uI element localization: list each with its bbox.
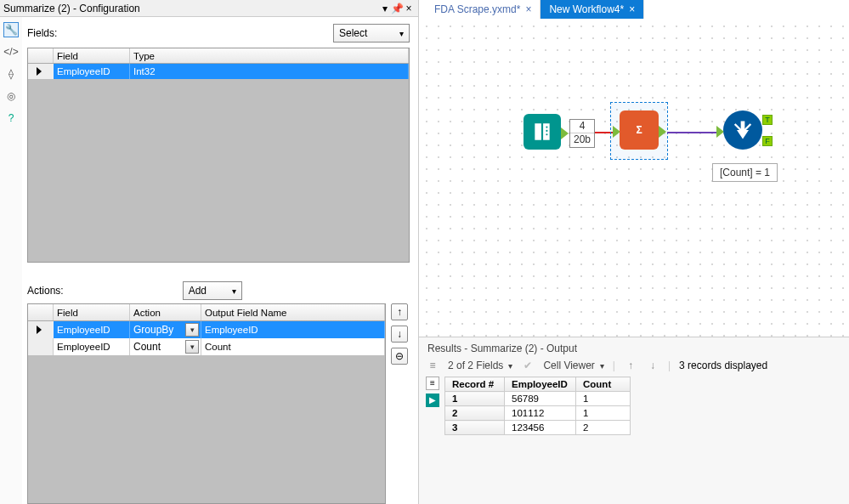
fields-row-field: EmployeeID <box>54 64 130 79</box>
fields-dropdown[interactable]: 2 of 2 Fields <box>448 360 512 371</box>
output-anchor-icon[interactable] <box>561 127 569 139</box>
dropdown-icon[interactable]: ▾ <box>379 3 391 14</box>
false-anchor[interactable]: F <box>762 136 773 146</box>
cell-count: 2 <box>576 421 631 435</box>
results-side-buttons: ≡ ▶ <box>426 377 441 435</box>
table-header-row: Record # EmployeeID Count <box>445 377 631 392</box>
move-down-button[interactable]: ↓ <box>391 326 408 343</box>
badge-rows: 4 <box>570 120 594 133</box>
help-icon[interactable]: ? <box>3 110 19 126</box>
config-header: Summarize (2) - Configuration ▾ 📌 × <box>0 0 418 17</box>
cell-employeeid: 101112 <box>505 406 576 421</box>
close-icon[interactable]: × <box>525 3 531 15</box>
cell-record: 1 <box>445 392 505 406</box>
fields-grid-header: Field Type <box>28 48 409 64</box>
actions-row-output[interactable]: Count <box>201 338 385 355</box>
actions-row-field: EmployeeID <box>54 338 130 355</box>
col-field[interactable]: Field <box>54 304 130 320</box>
input-tool-node[interactable] <box>524 114 561 150</box>
actions-grid[interactable]: Field Action Output Field Name EmployeeI… <box>27 303 386 504</box>
close-icon[interactable]: × <box>403 3 415 14</box>
row-marker-icon <box>37 67 42 76</box>
actions-row-action[interactable]: Count▾ <box>130 338 201 355</box>
select-dropdown[interactable]: Select <box>333 24 410 42</box>
actions-row-field: EmployeeID <box>54 321 130 338</box>
sort-desc-icon[interactable]: ↓ <box>646 360 659 371</box>
actions-row[interactable]: EmployeeID Count▾ Count <box>28 338 385 355</box>
svg-point-0 <box>546 127 547 128</box>
col-field[interactable]: Field <box>54 48 130 63</box>
cell-viewer-dropdown[interactable]: Cell Viewer <box>543 360 603 371</box>
col-action[interactable]: Action <box>130 304 201 320</box>
results-title: Results - Summarize (2) - Output <box>419 337 849 358</box>
link-icon[interactable]: ⟠ <box>3 66 19 82</box>
table-row[interactable]: 2 101112 1 <box>445 406 631 421</box>
fields-grid[interactable]: Field Type EmployeeID Int32 <box>27 48 410 263</box>
actions-row[interactable]: EmployeeID GroupBy▾ EmployeeID <box>28 321 385 338</box>
col-output[interactable]: Output Field Name <box>201 304 385 320</box>
cell-record: 2 <box>445 406 505 421</box>
connector[interactable] <box>667 132 716 133</box>
select-dropdown-label: Select <box>339 27 367 39</box>
actions-label: Actions: <box>27 285 64 297</box>
col-employeeid[interactable]: EmployeeID <box>505 377 576 392</box>
col-type[interactable]: Type <box>130 48 409 63</box>
configuration-panel: Summarize (2) - Configuration ▾ 📌 × 🔧 </… <box>0 0 419 504</box>
chevron-down-icon[interactable]: ▾ <box>185 340 199 354</box>
tab-new-workflow[interactable]: New Workflow4* × <box>541 0 644 19</box>
true-anchor[interactable]: T <box>762 115 773 125</box>
sigma-icon: Σ <box>636 124 642 136</box>
col-record[interactable]: Record # <box>445 377 505 392</box>
cell-record: 3 <box>445 421 505 435</box>
actions-row-action[interactable]: GroupBy▾ <box>130 321 201 338</box>
pin-icon[interactable]: 📌 <box>391 3 403 14</box>
metadata-button[interactable]: ≡ <box>426 377 439 390</box>
data-button[interactable]: ▶ <box>426 394 439 407</box>
cell-employeeid: 56789 <box>505 392 576 406</box>
xml-icon[interactable]: </> <box>3 44 19 59</box>
wrench-icon[interactable]: 🔧 <box>3 22 19 37</box>
split-icon <box>731 118 755 142</box>
col-count[interactable]: Count <box>576 377 631 392</box>
row-marker-icon <box>37 326 42 334</box>
table-row[interactable]: 3 123456 2 <box>445 421 631 435</box>
cell-count: 1 <box>576 392 631 406</box>
records-label: 3 records displayed <box>679 360 767 371</box>
cell-count: 1 <box>576 406 631 421</box>
add-dropdown-label: Add <box>189 285 207 297</box>
filter-tool-node[interactable] <box>723 110 762 150</box>
fields-label: Fields: <box>27 27 57 39</box>
add-dropdown[interactable]: Add <box>183 281 242 300</box>
data-badge: 4 20b <box>569 119 595 148</box>
workflow-canvas[interactable]: 4 20b Σ T F [Count] = 1 <box>419 19 849 337</box>
book-icon <box>531 121 553 143</box>
tab-fda-scrape[interactable]: FDA Scrape.yxmd* × <box>426 0 541 19</box>
badge-size: 20b <box>574 133 591 145</box>
tool-annotation[interactable]: [Count] = 1 <box>712 163 778 182</box>
table-row[interactable]: 1 56789 1 <box>445 392 631 406</box>
check-icon[interactable]: ✔ <box>521 360 535 371</box>
output-anchor-icon[interactable] <box>659 126 666 138</box>
cell-employeeid: 123456 <box>505 421 576 435</box>
remove-button[interactable]: ⊖ <box>391 348 408 365</box>
actions-reorder-buttons: ↑ ↓ ⊖ <box>391 303 410 504</box>
move-up-button[interactable]: ↑ <box>391 303 408 320</box>
actions-row-output[interactable]: EmployeeID <box>201 321 385 338</box>
target-icon[interactable]: ◎ <box>3 88 19 104</box>
summarize-tool-node[interactable]: Σ <box>620 110 659 150</box>
results-panel: Results - Summarize (2) - Output ≡ 2 of … <box>419 337 849 504</box>
workflow-tabs: FDA Scrape.yxmd* × New Workflow4* × <box>419 0 849 19</box>
tab-label: FDA Scrape.yxmd* <box>434 3 520 15</box>
tab-label: New Workflow4* <box>549 3 624 15</box>
sort-asc-icon[interactable]: ↑ <box>624 360 637 371</box>
close-icon[interactable]: × <box>629 3 635 15</box>
chevron-down-icon[interactable]: ▾ <box>185 323 199 337</box>
svg-point-2 <box>546 133 547 135</box>
results-table[interactable]: Record # EmployeeID Count 1 56789 1 2 <box>444 377 631 435</box>
menu-icon[interactable]: ≡ <box>426 360 439 371</box>
config-icon-strip: 🔧 </> ⟠ ◎ ? <box>0 17 22 504</box>
fields-row[interactable]: EmployeeID Int32 <box>28 64 409 79</box>
results-toolbar: ≡ 2 of 2 Fields ✔ Cell Viewer | ↑ ↓ | 3 … <box>419 358 849 377</box>
svg-point-1 <box>546 130 547 132</box>
actions-grid-header: Field Action Output Field Name <box>28 304 385 321</box>
